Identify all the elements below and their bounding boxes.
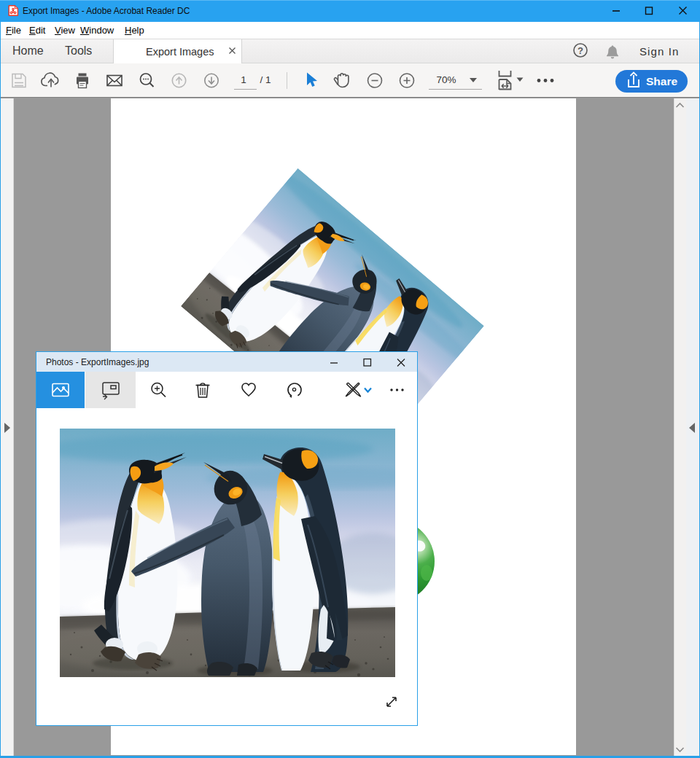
svg-text:Share: Share bbox=[646, 75, 677, 87]
svg-text:70%: 70% bbox=[436, 74, 456, 85]
svg-text:/ 1: / 1 bbox=[260, 74, 271, 85]
svg-text:?: ? bbox=[578, 45, 583, 56]
svg-text:1: 1 bbox=[241, 74, 246, 85]
